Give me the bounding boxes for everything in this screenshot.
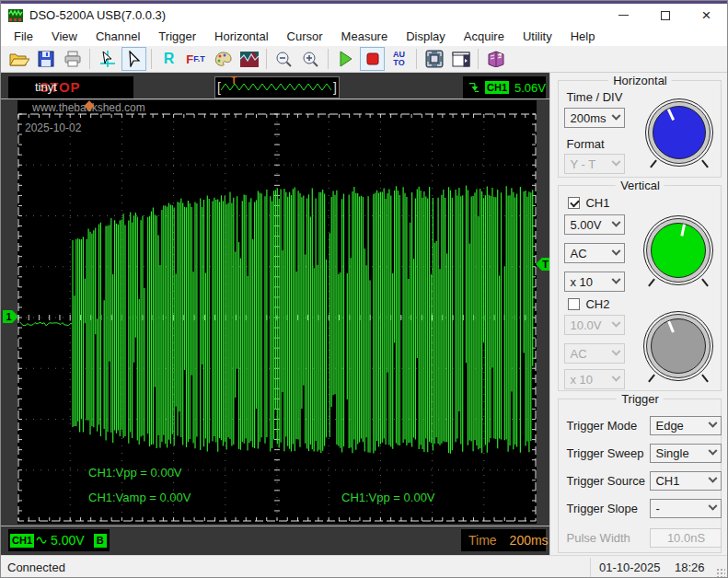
window-title: DSO-5200A USB(7.0.0.3) xyxy=(29,8,166,22)
chevron-down-icon xyxy=(612,246,621,255)
toolbar-separator xyxy=(266,49,267,69)
acquisition-status: STOP tinyt xyxy=(8,76,133,98)
fullscreen-button[interactable] xyxy=(422,47,446,71)
waveform-icon xyxy=(240,52,259,67)
ch1-probe-select[interactable]: x 10 xyxy=(564,272,625,292)
menu-item-channel[interactable]: Channel xyxy=(87,28,149,45)
close-icon: × xyxy=(702,6,711,25)
bandwidth-badge: B xyxy=(94,534,107,548)
time-div-select[interactable]: 200ms xyxy=(564,108,625,128)
maximize-button[interactable] xyxy=(644,4,686,27)
cursor-measure-button[interactable] xyxy=(95,47,120,71)
chevron-down-icon xyxy=(612,274,621,283)
menu-item-measure[interactable]: Measure xyxy=(332,28,398,45)
window-layout-icon xyxy=(452,52,470,67)
pulse-width-input: 10.0nS xyxy=(650,528,722,548)
menu-item-display[interactable]: Display xyxy=(397,28,455,45)
menu-item-horizontal[interactable]: Horizontal xyxy=(205,28,278,45)
ch2-checkbox[interactable] xyxy=(568,298,580,310)
menu-item-help[interactable]: Help xyxy=(561,28,605,45)
trigger-row-label: Trigger Slope xyxy=(566,502,638,515)
status-time: 18:26 xyxy=(675,561,705,574)
display-settings-button[interactable] xyxy=(210,47,235,71)
ch1-checkbox[interactable] xyxy=(568,197,580,209)
trigger-row-label: Trigger Sweep xyxy=(566,446,643,460)
print-button[interactable] xyxy=(60,47,85,71)
chevron-down-icon xyxy=(612,217,621,226)
timebase-readout: Time 200ms xyxy=(461,529,546,551)
time-div-label: Time / DIV xyxy=(566,90,622,104)
panel-toggle-button[interactable] xyxy=(448,47,473,71)
horizontal-knob[interactable] xyxy=(645,98,713,167)
menu-item-acquire[interactable]: Acquire xyxy=(455,28,514,45)
time-value: 200ms xyxy=(510,533,549,548)
scope-panel: STOP tinyt T [ ] CH1 5.06V www.thebacksh… xyxy=(1,73,549,555)
zoom-out-button[interactable] xyxy=(272,47,296,71)
printer-icon xyxy=(64,51,82,67)
trigger-group: Trigger Trigger ModeEdgeTrigger SweepSin… xyxy=(558,399,722,553)
trigger-slope-select[interactable]: - xyxy=(650,499,722,518)
measurement-text: CH1:Vamp = 0.00V xyxy=(88,491,191,504)
reference-button[interactable]: R xyxy=(156,47,181,71)
waveform-preview[interactable]: T [ ] xyxy=(214,76,340,98)
zoom-in-button[interactable] xyxy=(298,47,323,71)
start-button[interactable] xyxy=(333,47,358,71)
stop-button[interactable] xyxy=(360,47,385,71)
scope-display[interactable]: www.thebackshed.com2025-10-02CH1:Vpp = 0… xyxy=(17,100,537,524)
ch2-volts-select: 10.0V xyxy=(564,315,625,335)
chevron-down-icon xyxy=(612,318,621,327)
app-window: DSO-5200A USB(7.0.0.3) × FileViewChannel… xyxy=(0,0,728,578)
help-book-icon: ? xyxy=(487,51,505,67)
fft-button[interactable]: FF.T xyxy=(183,47,208,71)
trigger-row-label: Trigger Mode xyxy=(566,419,637,433)
toolbar-separator xyxy=(328,49,329,69)
divider xyxy=(1,526,549,526)
ch1-coupling-select[interactable]: AC xyxy=(564,243,625,263)
auto-button[interactable]: AUTO xyxy=(387,47,411,71)
play-icon xyxy=(339,51,353,67)
menu-item-view[interactable]: View xyxy=(42,28,87,45)
divider xyxy=(590,558,591,577)
ch2-probe-select: x 10 xyxy=(564,369,625,389)
menu-item-utility[interactable]: Utility xyxy=(514,28,561,45)
pointer-button[interactable] xyxy=(121,47,146,71)
ch1-scale-readout: CH1 5.00V B xyxy=(8,529,110,551)
open-folder-icon xyxy=(9,51,29,67)
close-button[interactable]: × xyxy=(686,4,727,27)
resize-grip[interactable] xyxy=(716,568,725,577)
ch1-volts-select[interactable]: 5.00V xyxy=(564,214,625,235)
waveform-view-button[interactable] xyxy=(237,47,261,71)
capture-date-label: 2025-10-02 xyxy=(25,121,82,134)
zoom-in-icon xyxy=(302,51,319,68)
toolbar: R FF.T AUTO ? xyxy=(1,46,727,73)
pulse-width-label: Pulse Width xyxy=(566,531,630,545)
ch1-ground-marker[interactable]: 1 xyxy=(3,310,18,323)
ch2-vertical-knob[interactable] xyxy=(643,311,713,381)
measurement-text: CH1:Vpp = 0.00V xyxy=(88,466,182,480)
statusbar: Connected 01-10-2025 18:26 xyxy=(1,555,727,578)
help-button[interactable]: ? xyxy=(483,47,508,71)
preview-bracket-right: ] xyxy=(333,78,337,97)
trigger-position-marker[interactable]: T xyxy=(536,258,551,271)
overlay-label: tinyt xyxy=(35,80,57,94)
vertical-group-title: Vertical xyxy=(616,179,664,192)
trigger-source-select[interactable]: CH1 xyxy=(650,471,722,491)
trigger-channel-badge: CH1 xyxy=(485,81,509,94)
minimize-button[interactable] xyxy=(603,4,644,27)
format-select: Y - T xyxy=(564,154,625,174)
preview-waveform xyxy=(221,77,333,98)
titlebar: DSO-5200A USB(7.0.0.3) × xyxy=(1,4,727,27)
trigger-sweep-select[interactable]: Single xyxy=(650,444,722,463)
ch1-vertical-knob[interactable] xyxy=(643,215,713,285)
menu-item-cursor[interactable]: Cursor xyxy=(278,28,332,45)
menubar: FileViewChannelTriggerHorizontalCursorMe… xyxy=(1,27,727,46)
save-button[interactable] xyxy=(33,47,58,71)
reference-r-icon: R xyxy=(164,51,175,67)
menu-item-file[interactable]: File xyxy=(5,28,42,45)
menu-item-trigger[interactable]: Trigger xyxy=(149,28,205,45)
trigger-mode-select[interactable]: Edge xyxy=(650,416,722,435)
auto-icon: AUTO xyxy=(393,51,405,67)
open-button[interactable] xyxy=(6,47,31,71)
chevron-down-icon xyxy=(709,474,718,483)
chevron-down-icon xyxy=(612,372,621,381)
